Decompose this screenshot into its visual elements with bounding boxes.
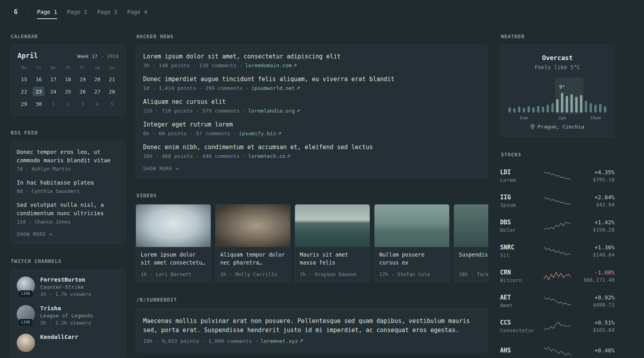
- video-thumbnail[interactable]: [454, 204, 488, 247]
- video-title[interactable]: Lorem ipsum dolor sit amet consectetu…: [136, 247, 211, 268]
- calendar-day[interactable]: 30: [33, 99, 45, 109]
- twitch-channel-row[interactable]: KendallCarr: [17, 334, 119, 352]
- stock-row[interactable]: CRN Bitcorn -1.00% $66,171.48: [500, 263, 615, 288]
- hn-story-title[interactable]: Integer eget rutrum lorem: [143, 121, 481, 129]
- rss-item-title[interactable]: In hac habitasse platea: [17, 179, 119, 187]
- video-thumbnail[interactable]: [295, 204, 370, 247]
- video-card[interactable]: Lorem ipsum dolor sit amet consectetu… 1…: [136, 204, 211, 282]
- stock-row[interactable]: AHS +0.46%: [500, 339, 615, 358]
- calendar-day[interactable]: 16: [33, 74, 45, 84]
- video-thumbnail[interactable]: [136, 204, 211, 247]
- calendar-day[interactable]: 29: [18, 99, 30, 109]
- twitch-channel-name[interactable]: Trisha: [40, 305, 93, 311]
- twitch-channel-viewers: 3h · 1.2k viewers: [40, 320, 93, 326]
- calendar-day[interactable]: 19: [77, 74, 89, 84]
- twitch-channel-info: KendallCarr: [40, 334, 78, 340]
- hn-story-domain-link[interactable]: ipsumworld.net: [251, 85, 300, 91]
- video-card[interactable]: Aliquam tempor dolor nec pharetra… 1h · …: [215, 204, 291, 282]
- video-thumbnail[interactable]: [215, 204, 290, 247]
- twitch-channel-name[interactable]: ForrestBurton: [40, 276, 91, 283]
- calendar-day[interactable]: 28: [106, 87, 118, 96]
- stock-row[interactable]: SNRC Sit +1.36% $148.64: [500, 238, 615, 263]
- tab-page-4[interactable]: Page 4: [127, 6, 147, 18]
- video-title[interactable]: Aliquam tempor dolor nec pharetra…: [215, 247, 290, 268]
- stock-row[interactable]: LDI Lorem +4.35% $795.18: [500, 163, 615, 188]
- subreddit-post-stats: 19h · 9,932 points · 1,090 comments ·: [143, 338, 258, 344]
- video-card[interactable]: Nullam posuere cursus ex 17h · Stefan Co…: [374, 204, 450, 282]
- rss-item-meta: 8d · Cynthia Saunders: [17, 188, 119, 194]
- twitch-channel-row[interactable]: LIVE Trisha League of Legends 3h · 1.2k …: [17, 305, 119, 326]
- rss-item-meta: 7d · Ashlyn Martin: [17, 166, 119, 172]
- calendar-day-selected[interactable]: 23: [33, 87, 45, 96]
- calendar-day[interactable]: 20: [91, 74, 103, 84]
- subreddit-post-title[interactable]: Maecenas mollis pulvinar erat non posuer…: [143, 317, 481, 335]
- hn-story-title[interactable]: Aliquam nec cursus elit: [143, 98, 481, 106]
- calendar-day[interactable]: 3: [77, 99, 89, 109]
- rss-show-more-button[interactable]: SHOW MORE: [17, 232, 119, 237]
- video-title[interactable]: Mauris sit amet massa felis: [295, 247, 370, 268]
- stock-id: AHS: [500, 347, 538, 355]
- rss-item-title[interactable]: Donec tempor eros leo, ut commodo mauris…: [17, 148, 119, 165]
- stock-price: $156.28: [576, 227, 615, 233]
- stock-row[interactable]: DBS Dolor +1.42% $156.28: [500, 213, 615, 238]
- hn-story-domain-link[interactable]: loremlandia.org: [248, 108, 299, 114]
- stock-sparkline-wrap: [538, 221, 576, 231]
- calendar-day[interactable]: 15: [18, 74, 30, 84]
- calendar-day[interactable]: 1: [47, 99, 59, 109]
- weather-bar: [604, 106, 606, 113]
- hn-story-title[interactable]: Lorem ipsum dolor sit amet, consectetur …: [143, 53, 481, 61]
- video-title[interactable]: Suspendisse diam: [454, 247, 488, 261]
- video-card[interactable]: Mauris sit amet massa felis 7h · Grayson…: [295, 204, 370, 282]
- video-title[interactable]: Nullam posuere cursus ex: [374, 247, 449, 268]
- hn-story-domain-link[interactable]: loremtech.co: [248, 153, 290, 159]
- twitch-channel-row[interactable]: LIVE ForrestBurton Counter-Strike 1h · 1…: [17, 276, 119, 297]
- stock-name: Sit: [500, 252, 538, 258]
- hn-story-domain-link[interactable]: loremdomain.com: [245, 62, 296, 68]
- page-tabs: Page 1 Page 2 Page 3 Page 4: [37, 0, 147, 24]
- calendar-day[interactable]: 22: [18, 87, 30, 96]
- weather-location-row[interactable]: Prague, Czechia: [508, 124, 606, 130]
- calendar-day[interactable]: 18: [62, 74, 74, 84]
- rss-item: In hac habitasse platea 8d · Cynthia Sau…: [17, 179, 119, 194]
- tab-page-3[interactable]: Page 3: [97, 6, 117, 18]
- hn-story-stats: 21h · 710 points · 579 comments ·: [143, 108, 246, 114]
- stock-change: +0.46%: [576, 347, 615, 354]
- hn-story-title[interactable]: Donec imperdiet augue tincidunt felis al…: [143, 75, 481, 84]
- weather-bar: [542, 107, 544, 113]
- calendar-day[interactable]: 26: [77, 87, 89, 96]
- weather-bar: [561, 93, 563, 113]
- tab-page-1[interactable]: Page 1: [37, 6, 57, 18]
- stock-price: $66,171.48: [576, 277, 615, 283]
- calendar-day[interactable]: 25: [62, 87, 74, 96]
- calendar-day[interactable]: 24: [47, 87, 59, 96]
- stock-row[interactable]: AET Amet +0.92% $499.72: [500, 288, 615, 313]
- tab-page-2[interactable]: Page 2: [67, 6, 87, 18]
- calendar-day[interactable]: 2: [62, 99, 74, 109]
- twitch-channel-name[interactable]: KendallCarr: [40, 334, 78, 340]
- subreddit-widget: /R/SUBREDDIT Maecenas mollis pulvinar er…: [136, 297, 488, 352]
- hn-story-title[interactable]: Donec enim nibh, condimentum et accumsan…: [143, 143, 481, 152]
- calendar-day[interactable]: 27: [91, 87, 103, 96]
- calendar-day[interactable]: 5: [106, 99, 118, 109]
- stock-sparkline-wrap: [538, 171, 576, 181]
- stock-row[interactable]: IIG Ipsum +2.84% $42.04: [500, 188, 615, 213]
- stock-row[interactable]: CCS Consectetur +0.51% $165.84: [500, 313, 615, 339]
- app-logo[interactable]: G: [10, 6, 27, 18]
- video-thumbnail[interactable]: [374, 204, 449, 247]
- calendar-day[interactable]: 21: [106, 74, 118, 84]
- calendar-dow: We: [46, 65, 61, 70]
- video-row: Lorem ipsum dolor sit amet consectetu… 1…: [136, 204, 488, 282]
- subreddit-domain-link[interactable]: loremnet.xyz: [261, 338, 303, 344]
- stock-change: +2.84%: [576, 194, 615, 200]
- external-link-icon: [300, 339, 303, 342]
- rss-item-title[interactable]: Sed volutpat nulla nisl, a condimentum n…: [17, 201, 119, 218]
- hn-show-more-button[interactable]: SHOW MORE: [143, 166, 481, 171]
- external-link-icon: [293, 64, 297, 67]
- calendar-day[interactable]: 4: [91, 99, 103, 109]
- twitch-avatar-wrap: [17, 334, 35, 352]
- stock-values: +0.51% $165.84: [576, 319, 615, 333]
- hn-story-domain-link[interactable]: ipsumify.biz: [239, 130, 281, 136]
- calendar-day[interactable]: 17: [47, 74, 59, 84]
- video-card[interactable]: Suspendisse diam 18h · Tara: [454, 204, 488, 282]
- rss-item-meta: 12d · Chance Jones: [17, 219, 119, 225]
